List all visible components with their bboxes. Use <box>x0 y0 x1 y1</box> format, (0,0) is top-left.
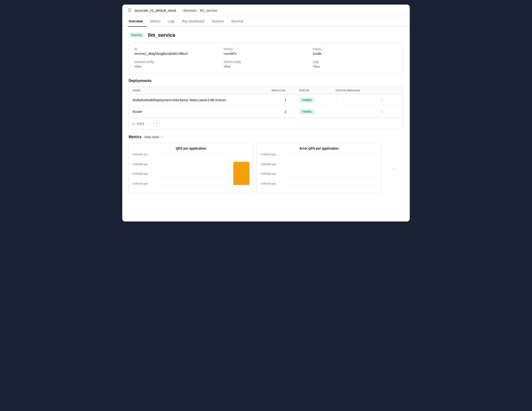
deployments-title: Deployments <box>129 79 403 83</box>
version-label: Version <box>224 48 308 51</box>
version-value: rxxn3d7z <box>224 52 237 56</box>
error-qps-chart-plot <box>282 153 378 185</box>
tabs-bar: Overview Metrics Logs Ray Dashboard Vers… <box>122 16 410 27</box>
tab-overview[interactable]: Overview <box>128 16 146 27</box>
service-config-link[interactable]: View <box>224 65 230 68</box>
error-qps-y-label-3: 0.000300 qps <box>261 163 281 166</box>
grid-line <box>282 153 378 153</box>
col-name: NAME <box>133 89 272 92</box>
hamburger-icon[interactable]: ☰ <box>128 8 131 13</box>
service-config-label: Service config <box>224 60 308 63</box>
compute-config-link[interactable]: View <box>134 65 141 68</box>
error-qps-y-axis: 0.000400 qps 0.000300 qps 0.000200 qps 0… <box>261 153 281 185</box>
row2-status-message: - <box>336 110 381 114</box>
error-qps-y-label-4: 0.000400 qps <box>261 153 281 156</box>
qps-chart-plot <box>154 153 249 185</box>
qps-chart-area: 0.000400 qps 0.000300 qps 0.000200 qps 0… <box>133 153 249 189</box>
col-status-message: STATUS MESSAGE <box>336 89 381 92</box>
row2-extra: l... <box>381 110 399 113</box>
deployments-card: NAME REPLICAS STATUS STATUS MESSAGE Mult… <box>129 87 403 129</box>
col-extra <box>381 89 399 92</box>
pagination-label: 1 - 2 of 2 <box>133 122 144 125</box>
qps-chart-title: QPS per application <box>133 147 249 150</box>
info-container: Contai... localh... <box>313 48 398 56</box>
metrics-header: Metrics View more → <box>129 135 403 139</box>
breadcrumb-service-name: llm_service <box>200 9 217 12</box>
container-label: Contai... <box>313 48 398 51</box>
tab-logs[interactable]: Logs <box>164 16 178 27</box>
table-row: MultiplexModelDeployment:meta-llama--Met… <box>129 94 403 106</box>
error-qps-y-label-1: 0.000100 qps <box>261 182 281 185</box>
qps-y-label-1: 0.000100 qps <box>133 182 153 185</box>
compute-config-label: Compute config <box>134 60 219 63</box>
qps-y-label-2: 0.000200 qps <box>133 172 153 175</box>
row1-status-message: - <box>336 98 381 102</box>
row2-replicas: 1 <box>272 110 299 114</box>
qps-chart: QPS per application 0.000400 qps 0.00030… <box>129 143 253 193</box>
container-value: localh... <box>313 52 324 56</box>
table-header: NAME REPLICAS STATUS STATUS MESSAGE <box>129 87 403 94</box>
logs-label: Logs <box>313 60 398 63</box>
info-logs: Logs View <box>313 60 398 68</box>
breadcrumb-sep-1: / <box>181 9 182 12</box>
grid-line <box>282 169 378 169</box>
grid-line <box>154 161 249 161</box>
info-service-config: Service config View <box>224 60 308 68</box>
tab-versions[interactable]: Versions <box>208 16 228 27</box>
row1-extra: l... <box>381 98 399 102</box>
metrics-section: Metrics View more → QPS per application … <box>129 135 403 193</box>
tab-ray-dashboard[interactable]: Ray Dashboard <box>178 16 208 27</box>
breadcrumb-sep-2: / <box>198 9 199 12</box>
more-charts-indicator: … <box>385 143 403 193</box>
qps-y-axis: 0.000400 qps 0.000300 qps 0.000200 qps 0… <box>133 153 153 185</box>
chevron-down-icon: ⌄ <box>177 9 180 12</box>
info-id: ID service2_d64gh5wgltjvrtq5skt1n9lbu3 <box>134 48 219 56</box>
error-qps-chart-title: Error QPS per application <box>261 147 378 150</box>
view-more-link[interactable]: View more → <box>144 135 163 139</box>
pagination-next-button[interactable]: › <box>154 121 160 127</box>
row1-name: MultiplexModelDeployment:meta-llama--Met… <box>133 98 272 102</box>
qps-bar <box>233 162 249 185</box>
id-value: service2_d64gh5wgltjvrtq5skt1n9lbu3 <box>134 52 188 56</box>
qps-y-label-4: 0.000400 qps <box>133 153 153 156</box>
error-qps-chart-area: 0.000400 qps 0.000300 qps 0.000200 qps 0… <box>261 153 378 189</box>
info-compute-config: Compute config View <box>134 60 219 68</box>
id-label: ID <box>134 48 219 51</box>
row1-health-badge: Healthy <box>299 98 315 103</box>
error-qps-y-label-2: 0.000200 qps <box>261 172 281 175</box>
breadcrumb-services[interactable]: Services <box>183 9 196 12</box>
row1-status: Healthy <box>299 98 336 103</box>
deployments-section: Deployments NAME REPLICAS STATUS STATUS … <box>129 79 403 129</box>
charts-row: QPS per application 0.000400 qps 0.00030… <box>129 143 403 193</box>
content-area: Running llm_service ID service2_d64gh5wg… <box>122 27 410 199</box>
breadcrumb: anyscale_v2_default_cloud ⌄ / Services /… <box>135 9 217 12</box>
grid-line <box>282 161 378 161</box>
running-badge: Running <box>129 33 144 38</box>
grid-line <box>154 185 249 185</box>
col-replicas: REPLICAS <box>272 89 299 92</box>
service-title: llm_service <box>148 32 175 38</box>
qps-y-label-3: 0.000300 qps <box>133 163 153 166</box>
row2-name: Router <box>133 110 272 114</box>
logs-link[interactable]: View <box>313 65 320 68</box>
tab-metrics[interactable]: Metrics <box>146 16 164 27</box>
metrics-title: Metrics <box>129 135 142 139</box>
top-bar: ☰ anyscale_v2_default_cloud ⌄ / Services… <box>122 5 410 16</box>
pagination: 1 - 2 of 2 ‹ › <box>129 117 403 129</box>
info-grid: ID service2_d64gh5wgltjvrtq5skt1n9lbu3 V… <box>134 48 398 68</box>
pagination-prev-button[interactable]: ‹ <box>146 121 152 127</box>
grid-line <box>282 177 378 177</box>
tab-terminal[interactable]: Terminal <box>228 16 247 27</box>
info-card: ID service2_d64gh5wgltjvrtq5skt1n9lbu3 V… <box>129 43 403 73</box>
info-version: Version rxxn3d7z <box>224 48 308 56</box>
cloud-name[interactable]: anyscale_v2_default_cloud <box>135 9 176 12</box>
grid-line <box>282 185 378 185</box>
row2-health-badge: Healthy <box>299 109 315 114</box>
main-container: ☰ anyscale_v2_default_cloud ⌄ / Services… <box>122 5 410 222</box>
table-row: Router 1 Healthy - l... <box>129 106 403 117</box>
col-status: STATUS <box>299 89 336 92</box>
row1-replicas: 1 <box>272 98 299 102</box>
service-header: Running llm_service <box>129 32 403 38</box>
grid-line <box>154 153 249 153</box>
error-qps-chart: Error QPS per application 0.000400 qps 0… <box>257 143 381 193</box>
